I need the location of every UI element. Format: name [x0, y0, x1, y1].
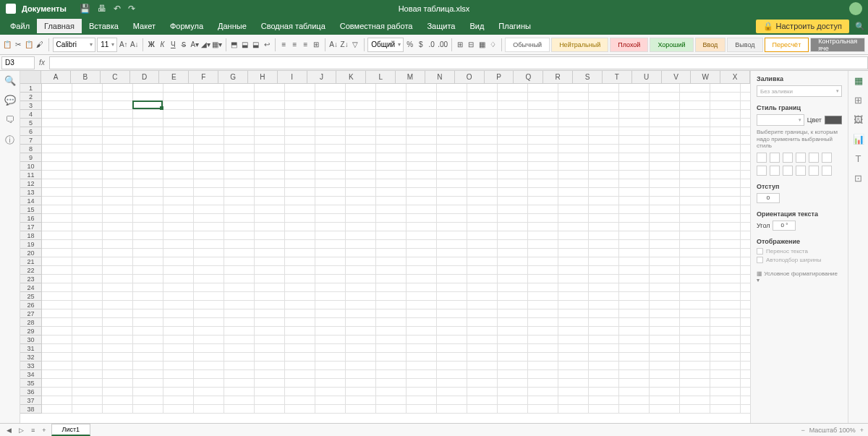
cell[interactable]	[103, 214, 133, 223]
cell[interactable]	[680, 162, 710, 171]
cell[interactable]	[42, 344, 72, 353]
cell[interactable]	[163, 249, 194, 257]
cell[interactable]	[710, 179, 741, 188]
cell[interactable]	[315, 188, 346, 197]
cell[interactable]	[163, 257, 194, 266]
cell[interactable]	[437, 405, 467, 414]
table-settings-icon[interactable]: ⊞	[854, 95, 862, 106]
align-bottom-icon[interactable]: ⬓	[251, 38, 260, 52]
cell[interactable]	[680, 171, 710, 179]
col-header[interactable]: W	[691, 71, 720, 83]
cell[interactable]	[710, 127, 741, 136]
cell[interactable]	[72, 171, 103, 179]
insert-cells-icon[interactable]: ⊞	[456, 38, 465, 52]
cell[interactable]	[133, 396, 163, 405]
decimal-dec-icon[interactable]: .0	[427, 38, 436, 52]
cell[interactable]	[194, 362, 224, 370]
cell[interactable]	[133, 405, 163, 414]
cell[interactable]	[619, 101, 650, 110]
cell[interactable]	[741, 396, 750, 405]
cell[interactable]	[467, 197, 498, 205]
row-header[interactable]: 22	[20, 266, 42, 275]
col-header[interactable]: M	[396, 71, 425, 83]
cell[interactable]	[285, 344, 315, 353]
cell[interactable]	[285, 197, 315, 205]
cell[interactable]	[741, 162, 750, 171]
cell[interactable]	[710, 318, 741, 327]
cell[interactable]	[558, 353, 589, 362]
cell[interactable]	[589, 119, 619, 127]
cell[interactable]	[407, 318, 437, 327]
cell[interactable]	[285, 370, 315, 379]
cell[interactable]	[619, 171, 650, 179]
cell[interactable]	[680, 153, 710, 162]
cell[interactable]	[407, 335, 437, 344]
cell[interactable]	[315, 240, 346, 249]
image-settings-icon[interactable]: 🖼	[854, 114, 863, 125]
cell[interactable]	[589, 344, 619, 353]
cell[interactable]	[346, 205, 376, 214]
cell[interactable]	[437, 240, 467, 249]
cell[interactable]	[224, 223, 255, 231]
cell[interactable]	[42, 188, 72, 197]
cell[interactable]	[467, 127, 498, 136]
cell[interactable]	[72, 179, 103, 188]
cell[interactable]	[103, 127, 133, 136]
cell[interactable]	[680, 396, 710, 405]
cell[interactable]	[72, 266, 103, 275]
border-horiz-icon[interactable]	[809, 166, 819, 176]
border-outer-icon[interactable]	[757, 153, 767, 163]
cell[interactable]	[558, 240, 589, 249]
cell[interactable]	[42, 231, 72, 240]
select-all-corner[interactable]	[20, 71, 41, 83]
cell[interactable]	[376, 379, 407, 388]
cell[interactable]	[589, 318, 619, 327]
cell[interactable]	[103, 257, 133, 266]
cell[interactable]	[710, 344, 741, 353]
cell[interactable]	[650, 301, 680, 309]
cell[interactable]	[619, 162, 650, 171]
cell[interactable]	[589, 283, 619, 292]
cell[interactable]	[437, 370, 467, 379]
cell[interactable]	[558, 362, 589, 370]
cell[interactable]	[467, 162, 498, 171]
cell[interactable]	[194, 257, 224, 266]
cell[interactable]	[285, 93, 315, 101]
cell[interactable]	[710, 405, 741, 414]
cell[interactable]	[589, 127, 619, 136]
cell[interactable]	[163, 362, 194, 370]
cell[interactable]	[346, 145, 376, 153]
row-header[interactable]: 3	[20, 101, 42, 110]
col-header[interactable]: X	[720, 71, 750, 83]
cell[interactable]	[133, 110, 163, 119]
cell[interactable]	[133, 283, 163, 292]
menu-плагины[interactable]: Плагины	[491, 19, 538, 33]
cell[interactable]	[163, 93, 194, 101]
cell[interactable]	[498, 188, 528, 197]
cell[interactable]	[224, 145, 255, 153]
cell[interactable]	[42, 318, 72, 327]
add-sheet-icon[interactable]: +	[40, 427, 48, 434]
style-normal[interactable]: Обычный	[505, 38, 550, 52]
cell[interactable]	[680, 188, 710, 197]
cell[interactable]	[741, 275, 750, 283]
cell[interactable]	[558, 162, 589, 171]
conditional-formatting-link[interactable]: ▦ Условное форматирование ▾	[757, 270, 842, 283]
cell[interactable]	[680, 344, 710, 353]
cell[interactable]	[498, 84, 528, 93]
border-inner-icon[interactable]	[770, 153, 780, 163]
cell[interactable]	[315, 327, 346, 335]
style-calc[interactable]: Пересчёт	[765, 38, 809, 52]
cell[interactable]	[437, 327, 467, 335]
cell[interactable]	[467, 231, 498, 240]
cell[interactable]	[407, 379, 437, 388]
cell[interactable]	[72, 249, 103, 257]
cell-reference[interactable]: D3	[1, 56, 35, 69]
cell[interactable]	[224, 153, 255, 162]
border-all-icon[interactable]	[783, 153, 793, 163]
cell[interactable]	[741, 93, 750, 101]
cell[interactable]	[285, 214, 315, 223]
cell[interactable]	[528, 179, 558, 188]
cell[interactable]	[528, 388, 558, 396]
cell[interactable]	[467, 275, 498, 283]
